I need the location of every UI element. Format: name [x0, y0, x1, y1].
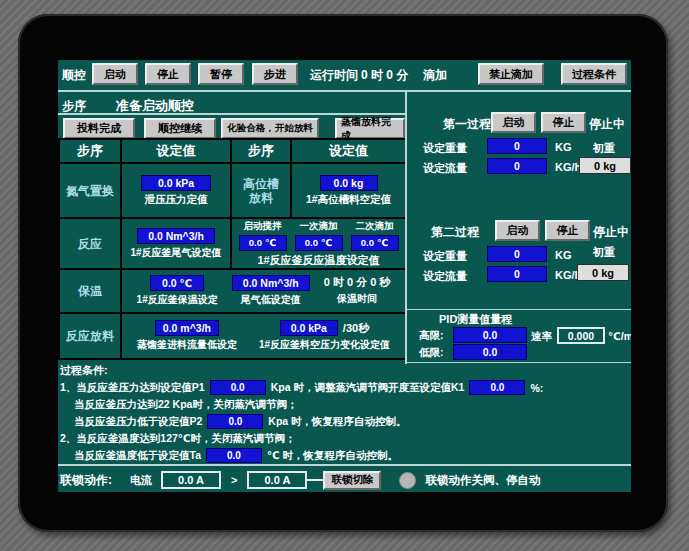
interlock-indicator-lamp	[399, 472, 416, 489]
step-button[interactable]: 步进	[252, 63, 298, 85]
col-header-step: 步序	[60, 140, 122, 164]
current-limit-display: 0.0 A	[247, 471, 307, 489]
distill-feed-flow-low-field[interactable]: 0.0 m^3/h	[155, 320, 219, 336]
stir-start-temp-field[interactable]: 0.0 ℃	[239, 235, 287, 251]
first-drip-temp-field[interactable]: 0.0 ℃	[295, 235, 343, 251]
tail-gas-low-label: 尾气低设定值	[241, 293, 301, 307]
process1-initial-label: 初重	[593, 141, 615, 156]
process1-start-button[interactable]: 启动	[491, 112, 536, 133]
pid-low-label: 低限:	[419, 346, 444, 360]
condition-line-1: 1、当反应釜压力达到设定值P1 0.0 Kpa 时，调整蒸汽调节阀开度至设定值K…	[60, 379, 630, 396]
ta-setpoint-field[interactable]: 0.0	[206, 448, 262, 463]
tail-gas-setpoint-field[interactable]: 0.0 Nm^3/h	[137, 228, 215, 244]
process1-flow-field[interactable]: 0	[487, 158, 547, 174]
test-pass-discharge-button[interactable]: 化验合格，开始放料	[221, 118, 319, 139]
monitor-frame: 顺控 启动 停止 暂停 步进 运行时间 0 时 0 分 滴加 禁止滴加 过程条件…	[0, 0, 689, 551]
process-panel: 第一过程 启动 停止 停止中 设定重量 0 KG 初重 设定流量 0 KG/h …	[405, 90, 631, 364]
stop-button[interactable]: 停止	[145, 63, 191, 85]
interlock-cutoff-button[interactable]: 联锁切除	[323, 471, 381, 490]
interlock-status-text: 联锁动作关阀、停自动	[425, 473, 540, 488]
pid-range-box: PID测量值量程 高限: 0.0 速率 0.000 ℃/m 低限: 0.0	[407, 309, 631, 363]
interlock-label: 联锁动作:	[60, 472, 112, 489]
preserve-temp-label: 1#反应釜保温设定	[137, 293, 218, 307]
process2-weight-unit: KG	[555, 249, 572, 261]
start-button[interactable]: 启动	[92, 63, 138, 85]
process2-weight-field[interactable]: 0	[487, 246, 547, 262]
condition-line-2: 当反应釜压力达到22 Kpa时，关闭蒸汽调节阀；	[60, 396, 630, 413]
condition-line-5: 当反应釜温度低于设定值Ta 0.0 ℃ 时，恢复程序自动控制。	[60, 447, 630, 464]
monitor-bezel: 顺控 启动 停止 暂停 步进 运行时间 0 时 0 分 滴加 禁止滴加 过程条件…	[18, 14, 668, 532]
pressure-change-label: 1#反应釜料空压力变化设定值	[259, 338, 390, 352]
relief-pressure-label: 泄压压力定值	[145, 193, 208, 207]
preserve-temp-field[interactable]: 0.0 ℃	[150, 275, 204, 291]
step-reaction-discharge: 反应放料	[66, 329, 114, 343]
pid-rate-unit: ℃/m	[608, 330, 631, 342]
process2-weight-label: 设定重量	[423, 249, 467, 264]
process1-stop-button[interactable]: 停止	[541, 112, 586, 133]
col-header-step2: 步序	[232, 140, 292, 164]
tail-gas-label: 1#反应釜尾气设定值	[130, 246, 221, 260]
p2-setpoint-field[interactable]: 0.0	[207, 414, 263, 429]
process1-weight-unit: KG	[555, 141, 572, 153]
process-condition-button[interactable]: 过程条件	[561, 63, 627, 85]
first-drip-label: 一次滴加	[300, 220, 338, 233]
hmi-screen: 顺控 启动 停止 暂停 步进 运行时间 0 时 0 分 滴加 禁止滴加 过程条件…	[58, 60, 631, 492]
interlock-bar: 联锁动作: 电流 0.0 A > 0.0 A 联锁切除 联锁动作关阀、停自动	[60, 468, 630, 492]
condition1-text-b: Kpa 时，调整蒸汽调节阀开度至设定值K1	[271, 381, 465, 395]
drip-label: 滴加	[423, 67, 447, 84]
sequence-continue-button[interactable]: 顺控继续	[144, 118, 216, 139]
condition1-text-c: %:	[530, 382, 543, 394]
pid-high-label: 高限:	[419, 329, 444, 343]
col-header-setvalue2: 设定值	[292, 140, 407, 164]
process1-flow-unit: KG/h	[555, 161, 581, 173]
condition-line-4: 2、当反应釜温度达到127℃时，关闭蒸汽调节阀；	[60, 430, 630, 447]
sequence-table: 步序 设定值 步序 设定值 氮气置换 0.0 kPa 泄压压力定值 高位槽放料 …	[58, 138, 407, 360]
condition-line-3: 当反应釜压力低于设定值P2 0.0 Kpa 时，恢复程序自动控制。	[60, 413, 630, 430]
process2-start-button[interactable]: 启动	[495, 220, 540, 241]
process2-title: 第二过程	[431, 224, 479, 241]
distill-discharge-complete-button[interactable]: 蒸馏放料完成	[335, 118, 405, 139]
preserve-time-label: 保温时间	[337, 292, 377, 306]
k1-setpoint-field[interactable]: 0.0	[469, 380, 525, 395]
step-nitrogen-purge: 氮气置换	[66, 184, 114, 198]
head-tank-empty-label: 1#高位槽料空定值	[306, 193, 391, 207]
condition1-text-a: 1、当反应釜压力达到设定值P1	[60, 381, 205, 395]
current-value-display: 0.0 A	[161, 471, 221, 489]
forbid-drip-button[interactable]: 禁止滴加	[478, 63, 544, 85]
second-drip-label: 二次滴加	[356, 220, 394, 233]
greater-than-sign: >	[231, 474, 237, 486]
step-head-tank-discharge: 高位槽放料	[239, 177, 283, 205]
process2-initial-weight-display: 0 kg	[577, 264, 629, 281]
pause-button[interactable]: 暂停	[198, 63, 244, 85]
process1-flow-label: 设定流量	[423, 161, 467, 176]
condition5-text-b: ℃ 时，恢复程序自动控制。	[267, 449, 398, 463]
feed-complete-button[interactable]: 投料完成	[63, 118, 135, 139]
pressure-change-field[interactable]: 0.0 kPa	[280, 320, 338, 336]
pid-rate-label: 速率	[531, 330, 552, 344]
process1-title: 第一过程	[443, 116, 491, 133]
tail-gas-low-field[interactable]: 0.0 Nm^3/h	[232, 275, 310, 291]
pid-title: PID测量值量程	[439, 312, 512, 327]
relief-pressure-setpoint-field[interactable]: 0.0 kPa	[141, 175, 211, 191]
head-tank-empty-setpoint-field[interactable]: 0.0 kg	[320, 175, 378, 191]
connector-line	[307, 479, 323, 481]
condition3-text-b: Kpa 时，恢复程序自动控制。	[268, 415, 406, 429]
process2-stop-button[interactable]: 停止	[545, 220, 590, 241]
condition3-text-a: 当反应釜压力低于设定值P2	[74, 415, 202, 429]
process1-weight-field[interactable]: 0	[487, 138, 547, 154]
pid-low-field[interactable]: 0.0	[453, 344, 527, 360]
process2-flow-field[interactable]: 0	[487, 266, 547, 282]
current-label: 电流	[130, 473, 152, 488]
runtime-value: 0 时 0 分	[361, 67, 408, 84]
p1-setpoint-field[interactable]: 0.0	[210, 380, 266, 395]
pressure-change-period: /30秒	[343, 321, 369, 336]
condition5-text-a: 当反应釜温度低于设定值Ta	[74, 449, 201, 463]
pid-high-field[interactable]: 0.0	[453, 327, 527, 343]
distill-feed-flow-low-label: 蒸馏釜进料流量低设定	[137, 338, 237, 352]
reaction-temp-setpoint-label: 1#反应釜反应温度设定值	[257, 253, 379, 268]
col-header-setvalue: 设定值	[122, 140, 232, 164]
process1-weight-label: 设定重量	[423, 141, 467, 156]
process2-initial-label: 初重	[593, 245, 615, 260]
step-reaction: 反应	[78, 237, 102, 251]
second-drip-temp-field[interactable]: 0.0 ℃	[351, 235, 399, 251]
